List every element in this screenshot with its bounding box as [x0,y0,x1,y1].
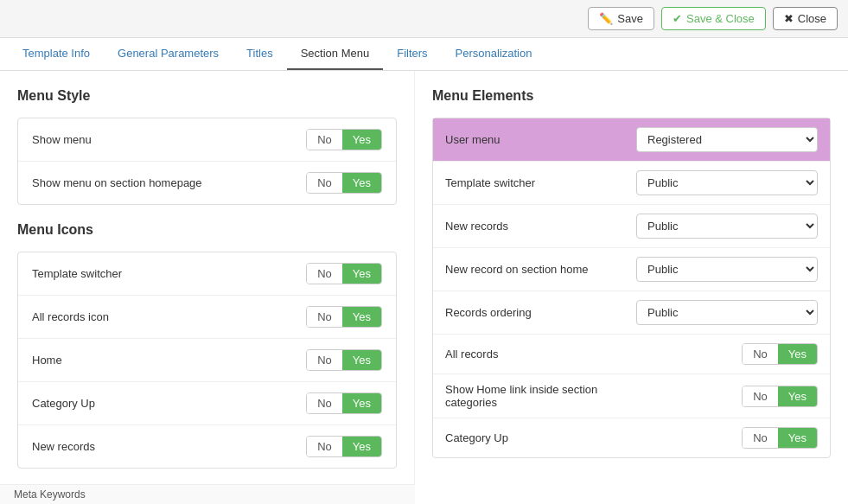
all-records-me-label: All records [445,348,635,360]
records-ordering-label: Records ordering [445,306,635,319]
show-menu-homepage-row: Show menu on section homepage No Yes [18,162,396,204]
home-toggle[interactable]: No Yes [306,349,382,371]
user-menu-row: User menu Registered Public None [433,118,830,162]
home-row: Home No Yes [18,339,396,382]
all-records-icon-no[interactable]: No [307,307,342,327]
template-switcher-me-select[interactable]: Public Registered None [636,170,818,195]
show-menu-toggle[interactable]: No Yes [306,129,382,150]
show-home-link-yes[interactable]: Yes [778,386,817,406]
all-records-icon-toggle[interactable]: No Yes [306,306,382,328]
show-home-link-label: Show Home link inside section categories [445,383,635,409]
tab-filters[interactable]: Filters [383,38,441,70]
new-records-me-row: New records Public Registered None [433,205,830,248]
template-switcher-me-row: Template switcher Public Registered None [433,162,830,205]
template-switcher-toggle[interactable]: No Yes [306,263,382,284]
show-menu-no[interactable]: No [307,130,342,150]
all-records-icon-yes[interactable]: Yes [342,307,381,327]
menu-style-box: Show menu No Yes Show menu on section ho… [17,118,397,205]
all-records-icon-label: All records icon [32,310,109,323]
category-up-me-toggle[interactable]: No Yes [742,427,818,449]
menu-elements-box: User menu Registered Public None Templat… [432,118,831,458]
new-records-icons-yes[interactable]: Yes [342,437,381,456]
new-record-section-home-label: New record on section home [445,263,635,276]
tab-titles[interactable]: Titles [233,38,287,70]
user-menu-label: User menu [445,133,635,146]
records-ordering-select[interactable]: Public Registered None [636,300,818,325]
show-menu-homepage-label: Show menu on section homepage [32,176,202,189]
show-home-link-toggle[interactable]: No Yes [742,386,818,407]
category-up-label: Category Up [32,397,95,410]
category-up-yes[interactable]: Yes [342,393,381,413]
show-menu-homepage-yes[interactable]: Yes [342,173,381,193]
check-icon: ✔ [673,12,682,25]
new-records-icons-toggle[interactable]: No Yes [306,436,382,457]
menu-style-title: Menu Style [17,88,397,104]
category-up-me-label: Category Up [445,431,635,444]
tab-general-parameters[interactable]: General Parameters [104,38,233,70]
category-up-no[interactable]: No [307,393,342,413]
category-up-me-row: Category Up No Yes [433,418,830,457]
category-up-row: Category Up No Yes [18,382,396,425]
main-content: Menu Style Show menu No Yes Show menu on… [0,71,848,493]
category-up-toggle[interactable]: No Yes [306,392,382,414]
template-switcher-yes[interactable]: Yes [342,264,381,284]
all-records-me-toggle[interactable]: No Yes [742,343,818,365]
top-bar: ✏️ Save ✔ Save & Close ✖ Close [0,0,848,38]
template-switcher-row: Template switcher No Yes [18,252,396,296]
template-switcher-label: Template switcher [32,267,122,280]
show-menu-homepage-toggle[interactable]: No Yes [306,172,382,194]
show-menu-homepage-no[interactable]: No [307,173,342,193]
tab-section-menu[interactable]: Section Menu [287,38,384,70]
save-close-button[interactable]: ✔ Save & Close [661,7,766,30]
close-button[interactable]: ✖ Close [773,7,838,30]
home-no[interactable]: No [307,350,342,370]
category-up-me-yes[interactable]: Yes [778,428,817,448]
save-button[interactable]: ✏️ Save [588,7,654,30]
new-record-section-home-select[interactable]: Public Registered None [636,257,818,282]
modal-container: ✏️ Save ✔ Save & Close ✖ Close Template … [0,0,848,504]
tab-template-info[interactable]: Template Info [9,38,104,70]
close-icon: ✖ [784,12,794,25]
left-panel: Menu Style Show menu No Yes Show menu on… [0,71,415,493]
records-ordering-row: Records ordering Public Registered None [433,291,830,335]
new-records-me-select[interactable]: Public Registered None [636,214,818,239]
new-records-icons-no[interactable]: No [307,437,342,456]
meta-keywords-label: Meta Keywords [14,488,86,501]
show-home-link-no[interactable]: No [743,386,778,406]
show-menu-label: Show menu [32,133,92,146]
tabs-bar: Template Info General Parameters Titles … [0,38,848,71]
save-icon: ✏️ [599,12,613,25]
show-menu-row: Show menu No Yes [18,118,396,162]
all-records-me-yes[interactable]: Yes [778,344,817,364]
menu-icons-title: Menu Icons [17,222,397,238]
show-menu-yes[interactable]: Yes [342,130,381,150]
all-records-me-no[interactable]: No [743,344,778,364]
show-home-link-row: Show Home link inside section categories… [433,374,830,418]
template-switcher-me-label: Template switcher [445,176,635,189]
all-records-me-row: All records No Yes [433,335,830,374]
home-label: Home [32,354,62,367]
tab-personalization[interactable]: Personalization [442,38,546,70]
all-records-icon-row: All records icon No Yes [18,296,396,339]
category-up-me-no[interactable]: No [743,428,778,448]
new-record-section-home-row: New record on section home Public Regist… [433,248,830,291]
new-records-icons-label: New records [32,440,95,453]
user-menu-select[interactable]: Registered Public None [636,127,818,152]
template-switcher-no[interactable]: No [307,264,342,284]
menu-icons-box: Template switcher No Yes All records ico… [17,252,397,469]
menu-elements-title: Menu Elements [432,88,831,104]
right-panel: Menu Elements User menu Registered Publi… [415,71,848,493]
new-records-icons-row: New records No Yes [18,425,396,468]
home-yes[interactable]: Yes [342,350,381,370]
new-records-me-label: New records [445,220,635,233]
